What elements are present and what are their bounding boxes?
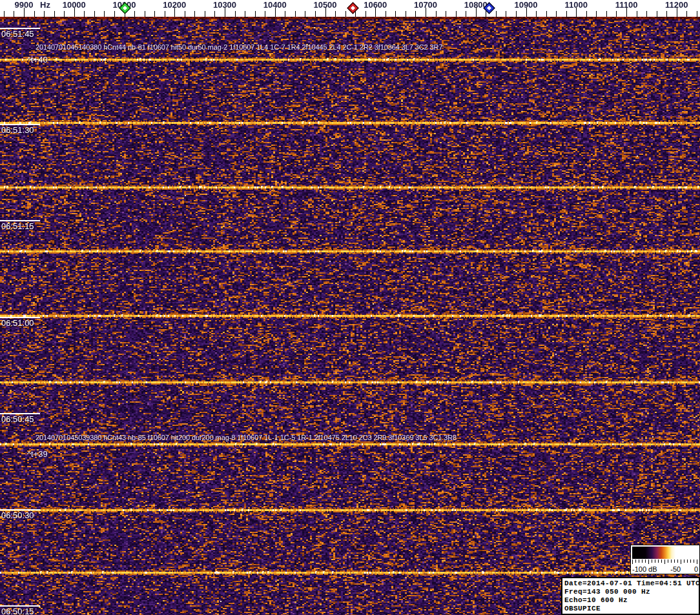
freq-tick	[235, 11, 236, 17]
freq-tick	[84, 11, 85, 17]
freq-tick	[114, 11, 115, 17]
info-frequency: Freq=143 050 000 Hz	[564, 588, 699, 596]
spectrogram-waterfall	[0, 17, 700, 615]
freq-label: 10500	[313, 0, 336, 10]
freq-label: 10600	[364, 0, 387, 10]
red-marker[interactable]	[347, 2, 358, 14]
freq-tick	[295, 11, 296, 17]
freq-tick	[586, 11, 587, 17]
scale-label-max: 0	[694, 565, 698, 573]
frequency-ruler: 9900100001010010200103001040010500106001…	[0, 0, 700, 17]
freq-tick	[64, 11, 65, 17]
info-station: OBSUPICE	[564, 605, 699, 613]
time-label: 06:51:30	[1, 125, 34, 135]
green-marker-center	[123, 6, 127, 10]
freq-label: 11100	[615, 0, 638, 10]
freq-tick	[165, 11, 165, 17]
freq-tick	[686, 11, 687, 17]
freq-tick	[386, 11, 386, 17]
freq-tick	[446, 11, 446, 17]
time-label: 06:51:00	[1, 318, 34, 328]
freq-label: 11000	[565, 0, 588, 10]
freq-tick	[134, 11, 135, 17]
freq-tick	[697, 11, 697, 17]
blue-marker-center	[487, 6, 491, 10]
event-annotation-2: 20140701045039380 hCnt43 nb-85 f10607 hi…	[36, 434, 457, 441]
info-echo: Echo=10 600 Hz	[564, 596, 699, 605]
color-scale-ticks	[632, 560, 698, 564]
freq-tick	[94, 11, 95, 17]
time-label: 06:51:15	[1, 221, 34, 231]
freq-tick	[646, 11, 647, 17]
freq-tick	[205, 11, 205, 17]
freq-tick	[496, 11, 497, 17]
freq-tick	[54, 11, 55, 17]
freq-tick	[456, 11, 457, 17]
freq-label: 10200	[163, 0, 186, 10]
freq-tick	[104, 11, 105, 17]
color-scale-legend: -100 dB -50 0	[630, 545, 700, 574]
freq-tick	[606, 11, 607, 17]
freq-label: 10300	[213, 0, 236, 10]
freq-tick	[365, 11, 366, 17]
event-time-marker-1: ^t+40	[27, 55, 48, 65]
red-marker-center	[351, 6, 355, 10]
freq-tick	[255, 11, 256, 17]
freq-tick	[4, 11, 5, 17]
station-info-box: Date=2014-07-01 Time=04:51 UTC Freq=143 …	[561, 577, 700, 615]
freq-tick	[194, 11, 195, 17]
freq-tick	[315, 11, 316, 17]
freq-tick	[185, 11, 185, 17]
freq-tick	[637, 11, 637, 17]
freq-tick	[14, 11, 14, 17]
freq-tick	[245, 11, 245, 17]
freq-tick	[596, 11, 597, 17]
time-label: 06:50:45	[1, 414, 34, 424]
event-annotation-1: 20140701045140380 hCnt44 nb-81 f10607 hi…	[36, 43, 442, 51]
freq-tick	[145, 11, 145, 17]
freq-tick	[265, 11, 265, 17]
freq-tick	[666, 11, 667, 17]
freq-tick	[546, 11, 547, 17]
freq-label: 10700	[414, 0, 437, 10]
freq-tick	[556, 11, 557, 17]
freq-label: 11200	[665, 0, 688, 10]
freq-tick	[355, 11, 356, 17]
freq-tick	[285, 11, 285, 17]
freq-tick	[44, 11, 45, 17]
freq-tick	[486, 11, 486, 17]
time-label: 06:50:15	[1, 607, 34, 615]
freq-tick	[506, 11, 506, 17]
freq-tick	[466, 11, 466, 17]
freq-tick	[566, 11, 567, 17]
time-label: 06:51:45	[1, 29, 34, 39]
scale-label-mid: -50	[670, 565, 681, 573]
freq-tick	[436, 11, 437, 17]
freq-label: 10900	[514, 0, 537, 10]
freq-tick	[657, 11, 657, 17]
time-label: 06:50:30	[1, 510, 34, 520]
freq-tick	[305, 11, 305, 17]
freq-tick	[395, 11, 396, 17]
freq-tick	[536, 11, 537, 17]
info-date-time: Date=2014-07-01 Time=04:51 UTC	[564, 580, 699, 588]
freq-tick	[406, 11, 406, 17]
freq-unit-label: Hz	[40, 0, 50, 10]
freq-tick	[335, 11, 336, 17]
freq-tick	[154, 11, 155, 17]
freq-tick	[34, 11, 35, 17]
freq-tick	[345, 11, 346, 17]
color-scale-gradient	[632, 547, 698, 559]
freq-label: 10000	[63, 0, 86, 10]
scale-label-min: -100 dB	[632, 565, 657, 573]
event-time-marker-2: ^t+39	[27, 449, 48, 459]
freq-label: 10400	[263, 0, 287, 10]
freq-label: 9900	[15, 0, 34, 10]
freq-tick	[516, 11, 517, 17]
freq-tick	[616, 11, 617, 17]
freq-tick	[415, 11, 416, 17]
freq-tick	[214, 11, 215, 17]
